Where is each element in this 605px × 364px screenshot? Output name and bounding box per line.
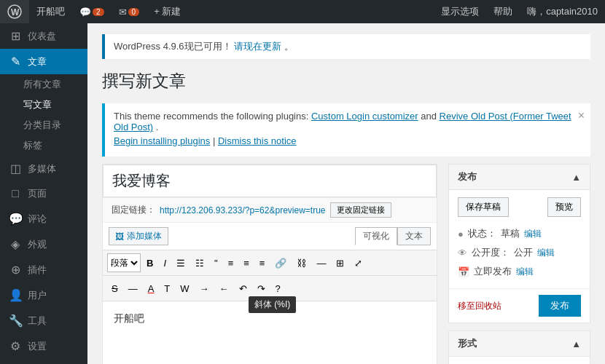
format-select[interactable]: 段落	[107, 253, 141, 272]
tab-text[interactable]: 文本	[397, 227, 431, 245]
align-right-button[interactable]: ≡	[255, 253, 270, 272]
help-button[interactable]: 帮助	[486, 0, 520, 23]
sidebar-item-appearance[interactable]: ◈ 外观	[0, 232, 87, 257]
display-options-button[interactable]: 显示选项	[434, 0, 486, 23]
publish-panel-header: 发布 ▲	[449, 165, 590, 190]
comment-icon: 💬	[79, 7, 91, 17]
paste-word-button[interactable]: W	[176, 279, 193, 298]
save-draft-button[interactable]: 保存草稿	[458, 197, 509, 217]
indent-button[interactable]: →	[195, 279, 214, 298]
unlink-button[interactable]: ⛓	[292, 253, 311, 272]
main-content: WordPress 4.9.6现已可用！ 请现在更新 。 撰写新文章 × Thi…	[87, 23, 605, 364]
sidebar-item-dashboard[interactable]: ⊞ 仪表盘	[0, 23, 87, 49]
plugin-install-row: Begin installing plugins | Dismiss this …	[114, 135, 582, 146]
sidebar-item-label: 插件	[28, 264, 47, 277]
wp-logo[interactable]: W	[0, 0, 29, 23]
draft-preview-buttons: 保存草稿 预览	[458, 197, 581, 217]
editor-wrap: 固定链接： http://123.206.93.233/?p=62&previe…	[102, 164, 437, 364]
trash-link[interactable]: 移至回收站	[458, 297, 501, 315]
preview-button[interactable]: 预览	[547, 197, 581, 217]
site-name[interactable]: 开船吧	[29, 0, 72, 23]
sidebar-item-label: 评论	[28, 213, 47, 226]
format-panel: 形式 ▲ ⊞ 标准 📋 日志 ◫	[448, 331, 590, 364]
italic-button[interactable]: I	[159, 253, 171, 272]
sidebar-item-label: 页面	[28, 187, 47, 200]
sidebar-item-posts[interactable]: ✎ 文章	[0, 49, 87, 74]
sidebar-collapse-button[interactable]: ◀ 收起菜单	[0, 359, 87, 364]
publish-button[interactable]: 发布	[539, 295, 581, 317]
publish-date-edit-link[interactable]: 编辑	[516, 266, 534, 278]
pages-icon: □	[9, 187, 22, 200]
status-edit-link[interactable]: 编辑	[524, 228, 542, 240]
plugins-icon: ⊕	[9, 263, 22, 277]
sidebar-item-plugins[interactable]: ⊕ 插件	[0, 257, 87, 282]
notice-dismiss-button[interactable]: ×	[578, 109, 585, 122]
fullscreen-button[interactable]: ⤢	[350, 253, 367, 272]
format-panel-body: ⊞ 标准 📋 日志 ◫ 相册 🔗	[449, 357, 590, 364]
keyboard-help-button[interactable]: ?	[271, 279, 285, 298]
permalink-label: 固定链接：	[112, 204, 155, 216]
chevron-up-icon[interactable]: ▲	[571, 172, 581, 183]
sidebar-item-pages[interactable]: □ 页面	[0, 181, 87, 206]
visibility-icon: 👁	[458, 248, 467, 258]
font-color-button[interactable]: A	[144, 279, 159, 298]
sidebar-item-label: 用户	[28, 289, 47, 302]
publish-panel: 发布 ▲ 保存草稿 预览 ● 状态： 草稿 编辑 👁	[448, 164, 590, 323]
outdent-button[interactable]: ←	[215, 279, 233, 298]
comments-icon: 💬	[9, 212, 22, 226]
comments-count[interactable]: 💬 2	[72, 0, 112, 23]
visibility-edit-link[interactable]: 编辑	[537, 247, 555, 259]
admin-bar: W 开船吧 💬 2 ✉ 0 + 新建 显示选项 帮助 嗨，captain2010	[0, 0, 605, 23]
sidebar-item-settings[interactable]: ⚙ 设置	[0, 333, 87, 359]
spellcheck-button[interactable]: ⊞	[332, 253, 348, 272]
editor-toolbar-top: 🖼 添加媒体 可视化 文本	[103, 223, 437, 250]
change-permalink-button[interactable]: 更改固定链接	[330, 202, 391, 218]
ordered-list-button[interactable]: ☷	[191, 253, 208, 272]
sidebar-sub-all-posts[interactable]: 所有文章	[0, 74, 87, 95]
sidebar-item-media[interactable]: ◫ 多媒体	[0, 156, 87, 181]
editor-toolbar-row2: S — A T W → ← ↶ ↷ ? 斜体 (%I)	[103, 276, 437, 301]
add-media-icon: 🖼	[115, 232, 124, 242]
sidebar-item-users[interactable]: 👤 用户	[0, 282, 87, 308]
sidebar-sub-categories[interactable]: 分类目录	[0, 115, 87, 135]
sidebar-item-label: 外观	[28, 238, 47, 251]
bold-button[interactable]: B	[142, 253, 157, 272]
sidebar-sub-tags[interactable]: 标签	[0, 135, 87, 156]
new-content-button[interactable]: + 新建	[147, 0, 188, 23]
align-left-button[interactable]: ≡	[224, 253, 238, 272]
dismiss-notice-link[interactable]: Dismiss this notice	[218, 135, 297, 146]
update-notice: WordPress 4.9.6现已可用！ 请现在更新 。	[102, 34, 590, 59]
sidebar-sub-write-post[interactable]: 写文章	[0, 95, 87, 115]
sidebar-item-label: 设置	[28, 340, 47, 353]
chevron-up-icon[interactable]: ▲	[571, 339, 581, 349]
redo-button[interactable]: ↷	[253, 279, 270, 298]
sidebar-item-comments[interactable]: 💬 评论	[0, 206, 87, 232]
sidebar-item-tools[interactable]: 🔧 工具	[0, 308, 87, 333]
permalink-url[interactable]: http://123.206.93.233/?p=62&preview=true	[160, 205, 326, 215]
content-layout: 固定链接： http://123.206.93.233/?p=62&previe…	[102, 164, 590, 364]
publish-panel-body: 保存草稿 预览 ● 状态： 草稿 编辑 👁 公开度： 公开 编辑	[449, 190, 590, 288]
add-media-button[interactable]: 🖼 添加媒体	[109, 227, 168, 245]
undo-button[interactable]: ↶	[235, 279, 251, 298]
tab-visual[interactable]: 可视化	[355, 227, 397, 245]
sidebar-item-label: 工具	[28, 314, 47, 328]
hr-button[interactable]: —	[124, 279, 142, 298]
plugin-link-1[interactable]: Custom Login customizer	[311, 111, 418, 122]
strikethrough-button[interactable]: S	[107, 279, 122, 298]
messages-count[interactable]: ✉ 0	[112, 0, 147, 23]
insert-link-button[interactable]: 🔗	[270, 253, 291, 272]
plugin-notice: × This theme recommends the following pl…	[102, 103, 590, 157]
dashboard-icon: ⊞	[9, 29, 22, 43]
read-more-button[interactable]: —	[312, 253, 330, 272]
update-link[interactable]: 请现在更新	[234, 41, 281, 52]
post-title-input[interactable]	[103, 165, 437, 197]
admin-sidebar: ⊞ 仪表盘 ✎ 文章 所有文章 写文章 分类目录 标签 ◫ 多媒体 □ 页面 💬…	[0, 0, 87, 364]
sidebar-item-label: 文章	[28, 55, 47, 68]
paste-text-button[interactable]: T	[160, 279, 174, 298]
sidebar-item-label: 多媒体	[28, 162, 56, 175]
users-icon: 👤	[9, 288, 22, 302]
align-center-button[interactable]: ≡	[239, 253, 254, 272]
begin-installing-link[interactable]: Begin installing plugins	[114, 135, 210, 146]
unordered-list-button[interactable]: ☰	[172, 253, 190, 272]
blockquote-button[interactable]: "	[210, 253, 222, 272]
